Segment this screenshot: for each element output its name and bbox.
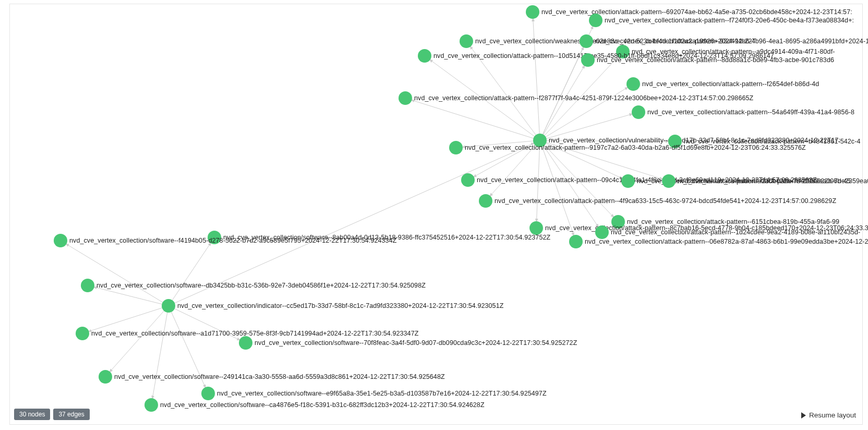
node-label: nvd_cve_vertex_collection/attack-pattern… xyxy=(414,94,753,102)
node-dot xyxy=(662,174,676,188)
node-label: nvd_cve_vertex_collection/software--e9f6… xyxy=(217,390,547,397)
node-dot xyxy=(460,34,473,48)
graph-node[interactable]: nvd_cve_vertex_collection/software--2491… xyxy=(99,370,445,384)
graph-node[interactable]: nvd_cve_vertex_collection/software--70f8… xyxy=(239,336,577,350)
node-label: nvd_cve_vertex_collection/attack-pattern… xyxy=(647,109,854,116)
node-dot xyxy=(589,14,602,27)
node-dot xyxy=(479,194,492,208)
node-dot xyxy=(449,141,463,154)
node-dot xyxy=(581,53,595,67)
node-label: nvd_cve_vertex_collection/software--db34… xyxy=(97,282,426,289)
node-dot xyxy=(461,173,475,187)
svg-line-21 xyxy=(61,241,168,306)
node-label: nvd_cve_vertex_collection/software--ca48… xyxy=(160,401,485,409)
node-label: nvd_cve_vertex_collection/attack-pattern… xyxy=(465,144,806,151)
node-dot xyxy=(81,279,94,292)
graph-node[interactable]: nvd_cve_vertex_collection/software--f419… xyxy=(54,234,396,247)
graph-node[interactable]: nvd_cve_vertex_collection/attack-pattern… xyxy=(399,91,753,105)
graph-node[interactable]: nvd_cve_vertex_collection/attack-pattern… xyxy=(581,53,834,67)
node-label: nvd_cve_vertex_collection/software--70f8… xyxy=(255,339,577,347)
edge-count-badge: 37 edges xyxy=(53,409,89,420)
node-dot xyxy=(580,34,593,48)
node-dot xyxy=(399,91,412,105)
svg-line-0 xyxy=(533,12,540,140)
graph-node[interactable]: nvd_cve_vertex_collection/attack-pattern… xyxy=(626,77,819,91)
graph-node[interactable]: nvd_cve_vertex_collection/attack-pattern… xyxy=(449,141,806,154)
node-label: nvd_cve_vertex_collection/attack-pattern… xyxy=(595,38,868,45)
node-label: nvd_cve_vertex_collection/attack-pattern… xyxy=(642,80,819,88)
node-dot xyxy=(526,5,539,19)
node-dot xyxy=(76,327,89,340)
node-label: nvd_cve_vertex_collection/attack-pattern… xyxy=(678,177,868,185)
graph-canvas[interactable]: nvd_cve_vertex_collection/vulnerability-… xyxy=(9,4,863,425)
node-label: nvd_cve_vertex_collection/software--f419… xyxy=(69,237,396,244)
node-dot xyxy=(54,234,67,247)
node-dot xyxy=(162,299,175,313)
node-label: nvd_cve_vertex_collection/indicator--cc5… xyxy=(177,302,503,309)
node-label: nvd_cve_vertex_collection/software--2491… xyxy=(114,373,445,380)
graph-node[interactable]: nvd_cve_vertex_collection/attack-pattern… xyxy=(662,174,868,188)
node-dot xyxy=(144,398,158,412)
graph-node[interactable]: nvd_cve_vertex_collection/attack-pattern… xyxy=(479,194,836,208)
svg-line-27 xyxy=(151,306,168,405)
graph-node[interactable]: nvd_cve_vertex_collection/attack-pattern… xyxy=(632,105,854,119)
graph-node[interactable]: nvd_cve_vertex_collection/software--db34… xyxy=(81,279,426,292)
graph-node[interactable]: nvd_cve_vertex_collection/attack-pattern… xyxy=(569,235,868,248)
graph-node[interactable]: nvd_cve_vertex_collection/attack-pattern… xyxy=(589,14,854,27)
node-dot xyxy=(99,370,112,384)
node-label: nvd_cve_vertex_collection/attack-pattern… xyxy=(495,197,836,205)
node-dot xyxy=(632,105,645,119)
node-label: nvd_cve_vertex_collection/attack-pattern… xyxy=(585,238,868,245)
edge-layer xyxy=(10,4,862,424)
node-dot xyxy=(569,235,583,248)
node-dot xyxy=(418,49,431,63)
play-icon xyxy=(801,412,806,419)
resume-layout-button[interactable]: Resume layout xyxy=(801,411,856,419)
node-label: nvd_cve_vertex_collection/attack-pattern… xyxy=(597,56,834,64)
node-label: nvd_cve_vertex_collection/attack-pattern… xyxy=(605,17,854,24)
graph-node[interactable]: nvd_cve_vertex_collection/software--ca48… xyxy=(144,398,485,412)
node-dot xyxy=(626,77,640,91)
svg-line-20 xyxy=(168,237,214,306)
node-dot xyxy=(621,174,635,188)
node-count-badge: 30 nodes xyxy=(14,409,50,420)
svg-line-25 xyxy=(105,306,168,377)
graph-node[interactable]: nvd_cve_vertex_collection/indicator--cc5… xyxy=(162,299,503,313)
node-dot xyxy=(239,336,252,350)
resume-layout-label: Resume layout xyxy=(809,411,856,419)
